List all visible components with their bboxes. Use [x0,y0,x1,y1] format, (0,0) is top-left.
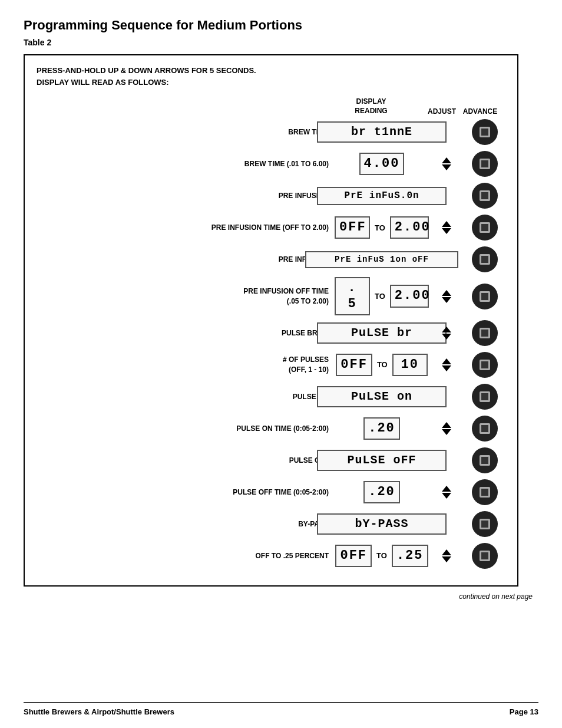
footer: Shuttle Brewers & Airpot/Shuttle Brewers… [24,702,538,716]
to-label-3: TO [375,360,390,369]
label-pre-infusion-2: PRE INFUSION [37,255,335,265]
footer-right: Page 13 [510,707,538,716]
row-pulse-brew: PULSE BREW PuLSE br [37,319,505,347]
advance-pre-infusion[interactable] [464,183,505,209]
arrow-down[interactable] [442,556,451,562]
col-header-display: DISPLAYREADING [324,97,418,116]
display-brew-time: br t1nnE [335,121,429,143]
page-title: Programming Sequence for Medium Portions [24,18,538,33]
label-pulse-on-time: PULSE ON TIME (0:05-2:00) [37,424,335,434]
label-num-pulses: # OF PULSES (OFF, 1 - 10) [37,355,335,375]
footer-left: Shuttle Brewers & Airpot/Shuttle Brewers [24,707,174,716]
header-line2: DISPLAY WILL READ AS FOLLOWS: [37,78,169,87]
display-pulse-off-time: .20 [335,481,429,503]
continued-text: continued on next page [24,592,538,601]
adjust-pulse-brew[interactable] [429,327,464,340]
advance-brew-time-value[interactable] [464,151,505,177]
row-pre-infusion: PRE INFUSION PrE inFuS.0n [37,182,505,210]
arrow-up[interactable] [442,486,451,492]
arrow-up[interactable] [442,327,451,332]
display-pulse-off: PuLSE oFF [335,450,429,471]
main-content-box: PRESS-AND-HOLD UP & DOWN ARROWS FOR 5 SE… [24,54,518,587]
display-pulse-brew: PuLSE br [335,322,429,344]
row-pre-infusion-off-time: PRE INFUSION OFF TIME (.05 TO 2.00) . 5 … [37,277,505,315]
advance-num-pulses[interactable] [464,352,505,378]
display-pre-infusion-off-time: . 5 TO 2.00 [335,277,429,315]
table-label: Table 2 [24,38,538,47]
label-pulse-off: PULSE OFF [37,456,335,466]
row-num-pulses: # OF PULSES (OFF, 1 - 10) 0FF TO 10 [37,351,505,379]
arrow-up[interactable] [442,221,451,227]
column-headers: DISPLAYREADING ADJUST ADVANCE [37,97,505,116]
label-pre-infusion-off-time: PRE INFUSION OFF TIME (.05 TO 2.00) [37,286,335,307]
advance-pulse-brew[interactable] [464,320,505,346]
label-pulse-on: PULSE ON [37,392,335,402]
display-pulse-on-time: .20 [335,417,429,440]
to-label-1: TO [372,223,388,232]
col-header-advance: ADVANCE [459,107,501,116]
row-pulse-off: PULSE OFF PuLSE oFF [37,446,505,475]
display-num-pulses: 0FF TO 10 [335,354,429,376]
arrow-down[interactable] [442,228,451,234]
row-pulse-off-time: PULSE OFF TIME (0:05-2:00) .20 [37,478,505,506]
advance-pre-infusion-time[interactable] [464,215,505,241]
to-label-2: TO [372,292,388,301]
adjust-pulse-on-time[interactable] [429,422,464,435]
arrow-up[interactable] [442,422,451,428]
arrow-down[interactable] [442,429,451,435]
label-pre-infusion-time: PRE INFUSION TIME (OFF TO 2.00) [37,223,335,233]
adjust-bypass-value[interactable] [429,549,464,562]
arrow-down[interactable] [442,365,451,371]
adjust-pre-infusion-off-time[interactable] [429,290,464,303]
row-pre-infusion-2: PRE INFUSION PrE inFuS 1on oFF [37,245,505,274]
arrow-up[interactable] [442,290,451,296]
arrow-down[interactable] [442,334,451,340]
arrow-up[interactable] [442,157,451,163]
advance-bypass-value[interactable] [464,543,505,569]
label-brew-time: BREW TIME [37,127,335,137]
arrow-up[interactable] [442,358,451,364]
row-brew-time-value: BREW TIME (.01 TO 6.00) 4.00 [37,150,505,178]
advance-brew-time[interactable] [464,119,505,145]
adjust-pre-infusion-time[interactable] [429,221,464,234]
display-bypass-value: 0FF TO .25 [335,545,429,567]
display-brew-time-value: 4.00 [335,153,429,175]
arrow-down[interactable] [442,164,451,170]
display-pulse-on: PuLSE on [335,386,429,407]
arrow-down[interactable] [442,297,451,303]
adjust-num-pulses[interactable] [429,358,464,371]
adjust-brew-time-value[interactable] [429,157,464,170]
advance-pulse-off[interactable] [464,447,505,473]
row-bypass-value: OFF TO .25 PERCENT 0FF TO .25 [37,542,505,570]
arrow-up[interactable] [442,549,451,555]
row-pre-infusion-time: PRE INFUSION TIME (OFF TO 2.00) 0FF TO 2… [37,213,505,242]
advance-pre-infusion-off-time[interactable] [464,284,505,309]
arrow-down[interactable] [442,493,451,499]
display-pre-infusion: PrE inFuS.0n [335,187,429,205]
row-pulse-on: PULSE ON PuLSE on [37,383,505,411]
col-header-adjust: ADJUST [424,107,459,116]
header-text: PRESS-AND-HOLD UP & DOWN ARROWS FOR 5 SE… [37,65,505,88]
adjust-pulse-off-time[interactable] [429,486,464,499]
label-bypass-value: OFF TO .25 PERCENT [37,551,335,561]
advance-pulse-on-time[interactable] [464,416,505,442]
label-pre-infusion: PRE INFUSION [37,191,335,201]
to-label-4: TO [374,551,389,560]
header-line1: PRESS-AND-HOLD UP & DOWN ARROWS FOR 5 SE… [37,66,256,75]
label-brew-time-value: BREW TIME (.01 TO 6.00) [37,159,335,169]
display-bypass: bY-PASS [335,513,429,535]
advance-pulse-on[interactable] [464,384,505,410]
label-bypass: BY-PASS [37,519,335,529]
advance-pre-infusion-2[interactable] [464,246,505,272]
label-pulse-off-time: PULSE OFF TIME (0:05-2:00) [37,487,335,498]
label-pulse-brew: PULSE BREW [37,328,335,338]
row-bypass: BY-PASS bY-PASS [37,510,505,538]
display-pre-infusion-2: PrE inFuS 1on oFF [335,251,429,268]
row-brew-time: BREW TIME br t1nnE [37,118,505,146]
display-pre-infusion-time: 0FF TO 2.00 [335,216,429,239]
advance-bypass[interactable] [464,511,505,537]
row-pulse-on-time: PULSE ON TIME (0:05-2:00) .20 [37,414,505,443]
advance-pulse-off-time[interactable] [464,479,505,505]
